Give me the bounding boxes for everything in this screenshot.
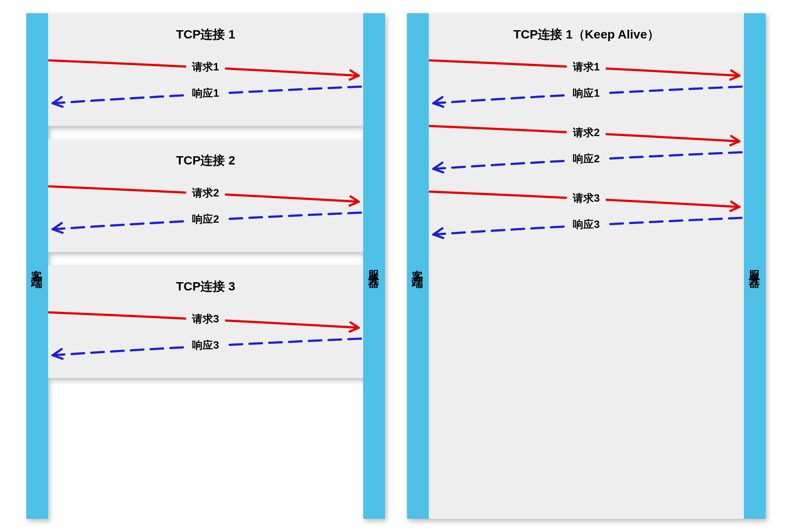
conn-title-2: TCP连接 2 xyxy=(48,152,363,169)
ka-response-label-2: 响应2 xyxy=(567,152,606,166)
right-panel: 客户端 TCP连接 1（Keep Alive） 请求1 响应1 xyxy=(407,13,766,519)
response-row-3: 响应3 xyxy=(48,334,363,360)
ka-request-row-3: 请求3 xyxy=(429,187,744,214)
conn-title-3: TCP连接 3 xyxy=(48,278,363,295)
ka-response-label-3: 响应3 xyxy=(567,217,606,231)
response-row-1: 响应1 xyxy=(48,82,363,108)
conn-box-1: TCP连接 1 请求1 响应1 xyxy=(48,13,363,126)
request-row-2: 请求2 xyxy=(48,182,363,208)
ka-request-row-2: 请求2 xyxy=(429,122,744,148)
response-label-3: 响应3 xyxy=(186,338,225,352)
request-row-3: 请求3 xyxy=(48,308,363,334)
ka-response-label-1: 响应1 xyxy=(567,86,606,100)
conn-box-2: TCP连接 2 请求2 响应2 xyxy=(48,139,363,252)
response-label-2: 响应2 xyxy=(186,212,225,226)
request-label-3: 请求3 xyxy=(186,312,225,326)
ka-request-label-1: 请求1 xyxy=(567,60,606,74)
request-label-1: 请求1 xyxy=(186,60,225,74)
ka-request-row-1: 请求1 xyxy=(429,56,744,82)
server-label: 服务器 xyxy=(747,261,763,271)
left-panel: 客户端 TCP连接 1 请求1 响应1 xyxy=(26,13,385,519)
server-bar-left: 服务器 xyxy=(363,13,385,519)
diagram-container: 客户端 TCP连接 1 请求1 响应1 xyxy=(26,13,766,519)
ka-response-row-3: 响应3 xyxy=(429,214,744,240)
response-row-2: 响应2 xyxy=(48,208,363,234)
response-label-1: 响应1 xyxy=(186,86,225,100)
left-middle: TCP连接 1 请求1 响应1 TCP连接 2 xyxy=(48,13,363,519)
server-label: 服务器 xyxy=(367,261,382,271)
conn-title-1: TCP连接 1 xyxy=(48,26,363,43)
client-bar-right: 客户端 xyxy=(407,13,429,519)
client-label: 客户端 xyxy=(30,261,45,271)
request-row-1: 请求1 xyxy=(48,56,363,82)
client-label: 客户端 xyxy=(410,261,426,271)
ka-request-label-3: 请求3 xyxy=(567,191,606,205)
keep-alive-title: TCP连接 1（Keep Alive） xyxy=(429,26,744,43)
ka-response-row-1: 响应1 xyxy=(429,82,744,108)
ka-response-row-2: 响应2 xyxy=(429,148,744,174)
request-label-2: 请求2 xyxy=(186,186,225,200)
server-bar-right: 服务器 xyxy=(744,13,766,519)
conn-box-3: TCP连接 3 请求3 响应3 xyxy=(48,265,363,378)
ka-request-label-2: 请求2 xyxy=(567,126,606,140)
client-bar-left: 客户端 xyxy=(26,13,48,519)
right-middle: TCP连接 1（Keep Alive） 请求1 响应1 xyxy=(429,13,744,519)
keep-alive-box: TCP连接 1（Keep Alive） 请求1 响应1 xyxy=(429,13,744,519)
